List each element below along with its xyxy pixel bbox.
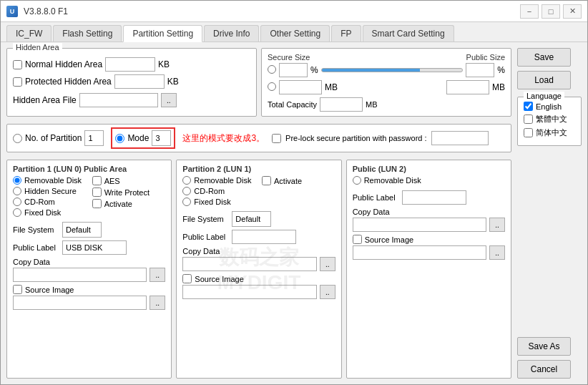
sidebar: Save Load Language English 繁體中文 简体中文: [517, 48, 582, 379]
mode-radio[interactable]: [115, 134, 124, 143]
traditional-chinese-checkbox[interactable]: [524, 114, 533, 124]
main-panel: Hidden Area Normal Hidden Area KB Protec…: [6, 48, 511, 379]
tab-drive-info[interactable]: Drive Info: [204, 25, 259, 42]
p1-write-protect-checkbox[interactable]: [92, 187, 102, 197]
p1-cdrom-radio[interactable]: [13, 198, 21, 206]
p1-hidden-radio[interactable]: [13, 187, 21, 195]
p2-fixed-radio[interactable]: [182, 198, 191, 206]
p2-removable-radio[interactable]: [182, 176, 191, 185]
p1-source-checkbox[interactable]: [13, 285, 22, 294]
p3-copy-browse-button[interactable]: ..: [489, 218, 505, 232]
p2-filesystem-label: File System: [182, 215, 229, 223]
p2-copy-browse-button[interactable]: ..: [320, 257, 335, 271]
normal-hidden-row: Normal Hidden Area KB: [13, 57, 250, 72]
cancel-button[interactable]: Cancel: [517, 360, 571, 379]
p1-aes-label: AES: [104, 177, 120, 185]
mode-select[interactable]: 3 1 2: [152, 130, 171, 146]
p3-source-browse-button[interactable]: ..: [489, 245, 505, 260]
hidden-area-group: Hidden Area Normal Hidden Area KB Protec…: [6, 48, 257, 117]
p3-removable-radio[interactable]: [353, 176, 361, 185]
save-button[interactable]: Save: [517, 48, 571, 67]
protected-hidden-checkbox[interactable]: [13, 77, 22, 87]
public-mb-input[interactable]: [446, 80, 489, 94]
normal-hidden-input[interactable]: [105, 57, 155, 72]
p2-label-row: Public Label: [182, 230, 335, 244]
hidden-file-input[interactable]: [79, 93, 158, 107]
pre-lock-checkbox[interactable]: [272, 134, 281, 143]
p2-removable-label: Removable Disk: [194, 176, 251, 185]
secure-percent-input[interactable]: [279, 63, 308, 77]
hidden-file-label: Hidden Area File: [13, 95, 77, 105]
main-window: U V3.8.8.0 F1 − □ ✕ IC_FW Flash Setting …: [0, 0, 588, 385]
pre-lock-password-input[interactable]: [431, 131, 489, 145]
simplified-chinese-checkbox[interactable]: [524, 128, 533, 137]
load-button[interactable]: Load: [517, 71, 571, 89]
p2-source-input[interactable]: [182, 285, 316, 299]
tab-fp[interactable]: FP: [331, 25, 361, 42]
content-area: Hidden Area Normal Hidden Area KB Protec…: [1, 42, 587, 384]
p1-source-input[interactable]: [13, 296, 147, 310]
protected-hidden-input[interactable]: [114, 74, 165, 89]
p3-copy-data-row: ..: [353, 218, 505, 232]
p1-cdrom-label: CD-Rom: [24, 198, 55, 206]
partition3-title: Public (LUN 2): [353, 165, 505, 173]
no-of-partition-select[interactable]: 1 2 3: [84, 130, 104, 146]
p3-source-row: Source Image: [353, 235, 505, 244]
p1-label-input[interactable]: [62, 240, 127, 255]
minimize-button[interactable]: −: [520, 4, 539, 19]
protected-hidden-row: Protected Hidden Area KB: [13, 74, 250, 89]
percent-sign2: %: [497, 65, 505, 75]
p1-label-label: Public Label: [13, 243, 59, 252]
mode-label: Mode: [127, 133, 149, 143]
p3-label-input[interactable]: [402, 190, 466, 205]
tab-ic-fw[interactable]: IC_FW: [6, 25, 52, 42]
hidden-file-browse-button[interactable]: ..: [161, 93, 177, 107]
p1-activate-checkbox[interactable]: [92, 199, 102, 208]
hidden-area-title: Hidden Area: [13, 43, 62, 52]
total-capacity-input[interactable]: [320, 97, 363, 112]
p1-copy-browse-button[interactable]: ..: [150, 268, 165, 282]
tab-smart-card[interactable]: Smart Card Setting: [363, 25, 454, 42]
no-of-partition-group: No. of Partition 1 2 3: [13, 130, 104, 146]
tab-other-setting[interactable]: Other Setting: [260, 25, 330, 42]
p3-source-label: Source Image: [365, 235, 413, 244]
p3-source-input-row: ..: [353, 245, 505, 260]
tab-partition-setting[interactable]: Partition Setting: [123, 25, 202, 42]
p2-activate-checkbox[interactable]: [262, 176, 271, 185]
partition1-content: Removable Disk Hidden Secure CD-Rom: [13, 176, 165, 219]
maximize-button[interactable]: □: [542, 4, 560, 19]
p2-source-checkbox[interactable]: [182, 274, 192, 283]
p2-filesystem-select[interactable]: Default FAT FAT32: [232, 211, 271, 227]
size-slider-container: [321, 64, 464, 76]
normal-hidden-unit: KB: [158, 59, 170, 69]
no-of-partition-radio[interactable]: [13, 134, 22, 143]
p1-filesystem-label: File System: [13, 225, 59, 234]
partition2-panel: Partition 2 (LUN 1) Removable Disk CD-Ro…: [176, 160, 341, 379]
english-label: English: [536, 102, 562, 111]
p3-source-checkbox[interactable]: [353, 235, 362, 244]
p2-label-input[interactable]: [232, 230, 296, 244]
p3-copy-data-input[interactable]: [353, 218, 486, 232]
english-checkbox[interactable]: [524, 102, 533, 111]
p1-aes-checkbox[interactable]: [92, 176, 102, 185]
save-as-button[interactable]: Save As: [517, 337, 571, 356]
protected-hidden-unit: KB: [167, 77, 179, 87]
p1-fixed-radio[interactable]: [13, 208, 21, 217]
secure-mb-input[interactable]: [279, 80, 322, 94]
p2-source-browse-button[interactable]: ..: [320, 285, 335, 299]
p3-source-input[interactable]: [353, 245, 486, 260]
percent-radio: [268, 65, 276, 76]
p1-filesystem-select[interactable]: Default FAT FAT32 NTFS: [62, 222, 102, 238]
p2-copy-data-input[interactable]: [182, 257, 316, 271]
p2-cdrom-label: CD-Rom: [194, 187, 225, 195]
p1-removable-radio[interactable]: [13, 176, 21, 185]
public-percent-input[interactable]: [466, 63, 494, 77]
normal-hidden-label: Normal Hidden Area: [25, 59, 102, 69]
normal-hidden-checkbox[interactable]: [13, 60, 22, 69]
p1-copy-data-input[interactable]: [13, 268, 147, 282]
close-button[interactable]: ✕: [563, 4, 582, 19]
p1-source-browse-button[interactable]: ..: [150, 296, 165, 310]
tab-flash-setting[interactable]: Flash Setting: [53, 25, 122, 42]
p2-cdrom-radio[interactable]: [182, 187, 191, 195]
p1-hidden-label: Hidden Secure: [24, 187, 77, 195]
